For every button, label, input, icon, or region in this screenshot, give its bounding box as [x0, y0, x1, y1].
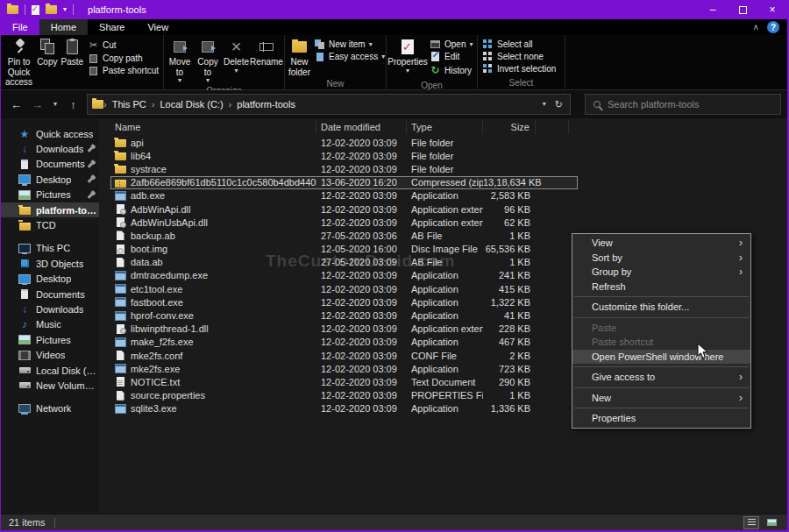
column-header-name[interactable]: Name [110, 120, 316, 134]
file-row[interactable]: systrace12-02-2020 03:09File folder [110, 162, 578, 175]
details-view-button[interactable] [743, 516, 759, 529]
sidebar-item-pictures-pc[interactable]: Pictures [1, 332, 99, 347]
sidebar-item-music[interactable]: Music [1, 317, 99, 332]
column-header-type[interactable]: Type [407, 120, 483, 134]
context-menu-item-new[interactable]: New› [572, 391, 750, 406]
context-menu-item-paste-shortcut[interactable]: Paste shortcut [572, 335, 750, 350]
delete-button[interactable]: × Delete [222, 36, 251, 75]
select-all-button[interactable]: Select all [482, 39, 556, 49]
sidebar-item-downloads[interactable]: Downloads [1, 141, 99, 156]
recent-locations-caret-icon[interactable] [49, 101, 61, 108]
paste-shortcut-button[interactable]: Paste shortcut [88, 66, 159, 75]
open-button[interactable]: Open [430, 39, 473, 49]
context-menu-item-sort-by[interactable]: Sort by› [572, 251, 750, 266]
move-to-button[interactable]: Move to [166, 36, 194, 85]
sidebar-item-platform-tools[interactable]: platform-tools [1, 202, 99, 217]
file-row[interactable]: etc1tool.exe12-02-2020 03:09Application4… [110, 282, 578, 295]
file-row[interactable]: dmtracedump.exe12-02-2020 03:09Applicati… [110, 269, 578, 282]
properties-qat-icon[interactable]: ✓ [32, 5, 39, 15]
customize-qat-caret-icon[interactable] [63, 6, 67, 13]
rename-button[interactable]: Rename [251, 36, 282, 68]
file-row[interactable]: NOTICE.txt12-02-2020 03:09Text Document2… [110, 375, 578, 388]
file-row[interactable]: sqlite3.exe12-02-2020 03:09Application1,… [110, 402, 578, 415]
copy-path-button[interactable]: Copy path [88, 53, 159, 63]
collapse-ribbon-icon[interactable]: ˄ [753, 23, 758, 32]
sidebar-item-documents-pc[interactable]: Documents [1, 287, 99, 301]
minimize-button[interactable]: – [698, 0, 728, 19]
sidebar-item-network[interactable]: Network [1, 401, 99, 416]
sidebar-item-desktop[interactable]: Desktop [1, 172, 99, 187]
back-button[interactable]: ← [7, 98, 25, 111]
context-menu-item-group-by[interactable]: Group by› [572, 265, 750, 280]
sidebar-item-3d-objects[interactable]: 3D Objects [1, 256, 99, 271]
sidebar-item-local-disk-c[interactable]: Local Disk (C:) [1, 363, 99, 378]
column-header-size[interactable]: Size [483, 120, 536, 134]
sidebar-item-tcd[interactable]: TCD [1, 217, 99, 232]
paste-button[interactable]: Paste [60, 36, 86, 68]
properties-button[interactable]: ✓ Properties [388, 36, 427, 75]
up-button[interactable]: ↑ [64, 98, 82, 111]
invert-selection-button[interactable]: Invert selection [482, 64, 556, 74]
address-history-caret-icon[interactable] [543, 101, 546, 108]
sidebar-item-this-pc[interactable]: This PC [1, 241, 99, 256]
context-menu-item-refresh[interactable]: Refresh [572, 280, 750, 294]
sidebar-item-videos[interactable]: Videos [1, 347, 99, 362]
tab-file[interactable]: File [1, 19, 39, 35]
file-row[interactable]: AdbWinUsbApi.dll12-02-2020 03:09Applicat… [110, 216, 578, 229]
tab-view[interactable]: View [136, 19, 180, 35]
file-row[interactable]: mke2fs.exe12-02-2020 03:09Application723… [110, 362, 578, 375]
sidebar-item-desktop-pc[interactable]: Desktop [1, 272, 99, 287]
file-row[interactable]: api12-02-2020 03:09File folder [110, 136, 578, 149]
maximize-button[interactable] [728, 0, 757, 19]
file-row[interactable]: make_f2fs.exe12-02-2020 03:09Application… [110, 336, 578, 349]
file-row[interactable]: mke2fs.conf12-02-2020 03:09CONF File2 KB [110, 349, 578, 362]
close-button[interactable]: × [757, 0, 787, 19]
file-row-selected[interactable]: 2afb66e869bf61db5110c1c0c580b4dbd4408a6f… [110, 176, 578, 189]
easy-access-button[interactable]: Easy access [315, 52, 385, 61]
breadcrumb-local-disk[interactable]: Local Disk (C:) [154, 99, 228, 110]
file-row[interactable]: libwinpthread-1.dll12-02-2020 03:09Appli… [110, 323, 578, 336]
new-item-button[interactable]: New item [315, 39, 385, 49]
refresh-icon[interactable]: ↻ [555, 99, 563, 110]
context-menu-item-properties[interactable]: Properties [572, 411, 750, 426]
context-menu-item-view[interactable]: View› [572, 236, 750, 251]
copy-to-button[interactable]: Copy to [194, 36, 222, 85]
sidebar-item-downloads-pc[interactable]: Downloads [1, 301, 99, 316]
sidebar-item-pictures[interactable]: Pictures [1, 188, 99, 202]
history-button[interactable]: ↻History [430, 64, 473, 76]
cut-button[interactable]: ✂Cut [88, 39, 159, 51]
tab-home[interactable]: Home [39, 19, 88, 35]
sidebar-item-new-volume-d[interactable]: New Volume (D:) [1, 378, 99, 393]
edit-button[interactable]: Edit [430, 52, 473, 61]
file-row[interactable]: fastboot.exe12-02-2020 03:09Application1… [110, 295, 578, 309]
pin-to-quick-access-button[interactable]: Pin to Quick access [3, 36, 35, 89]
file-row[interactable]: lib6412-02-2020 03:09File folder [110, 149, 578, 162]
select-none-button[interactable]: Select none [482, 52, 556, 61]
file-row[interactable]: boot.img12-05-2020 16:00Disc Image File6… [110, 243, 578, 256]
help-icon[interactable]: ? [767, 21, 779, 33]
breadcrumb-this-pc[interactable]: This PC [107, 99, 152, 110]
sidebar-item-quick-access[interactable]: Quick access [1, 126, 99, 141]
file-row[interactable]: AdbWinApi.dll12-02-2020 03:09Application… [110, 202, 578, 216]
context-menu-item-customize-this-folder[interactable]: Customize this folder... [572, 300, 750, 315]
breadcrumb-platform-tools[interactable]: platform-tools [231, 99, 301, 110]
address-bar[interactable]: › This PC › Local Disk (C:) › platform-t… [87, 94, 571, 115]
column-header-date-modified[interactable]: Date modified [316, 120, 407, 134]
file-row[interactable]: adb.exe12-02-2020 03:09Application2,583 … [110, 189, 578, 202]
sidebar-item-documents[interactable]: Documents [1, 157, 99, 172]
file-row[interactable]: data.ab27-05-2020 03:09AB File1 KB [110, 256, 578, 269]
forward-button[interactable]: → [28, 98, 46, 111]
tab-share[interactable]: Share [88, 19, 136, 35]
copy-button[interactable]: Copy [35, 36, 59, 68]
context-menu-item-open-powershell-window-here[interactable]: Open PowerShell window here [572, 350, 750, 365]
new-folder-qat-icon[interactable] [46, 5, 57, 14]
file-size: 2,583 KB [483, 190, 536, 201]
search-box[interactable]: Search platform-tools [585, 94, 781, 115]
context-menu-item-paste[interactable]: Paste [572, 321, 750, 336]
file-row[interactable]: source.properties12-02-2020 03:09PROPERT… [110, 389, 578, 402]
thumbnail-view-button[interactable] [764, 516, 779, 529]
context-menu-item-give-access-to[interactable]: Give access to› [572, 370, 750, 385]
file-row[interactable]: hprof-conv.exe12-02-2020 03:09Applicatio… [110, 309, 578, 322]
new-folder-button[interactable]: New folder [287, 36, 312, 78]
file-row[interactable]: backup.ab27-05-2020 03:06AB File1 KB [110, 229, 578, 242]
